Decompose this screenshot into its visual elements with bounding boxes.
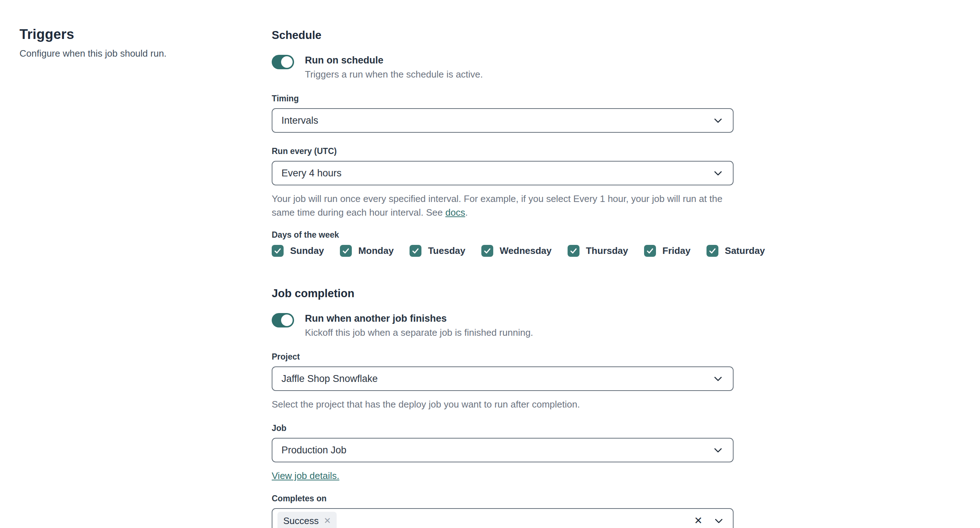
job-label: Job: [272, 423, 733, 433]
day-checkbox-monday[interactable]: Monday: [340, 245, 394, 257]
job-select-value: Production Job: [282, 445, 347, 456]
completes-on-label: Completes on: [272, 494, 733, 503]
clear-all-x-icon[interactable]: ✕: [694, 516, 703, 526]
day-label: Friday: [662, 245, 690, 257]
project-select-value: Jaffle Shop Snowflake: [282, 373, 378, 384]
run-every-select-value: Every 4 hours: [282, 168, 342, 179]
project-helper: Select the project that has the deploy j…: [272, 398, 731, 411]
chevron-down-icon: [713, 115, 724, 126]
checkbox-checked-icon: [409, 245, 422, 257]
checkbox-checked-icon: [706, 245, 718, 257]
chevron-down-icon: [713, 445, 724, 455]
timing-label: Timing: [272, 94, 733, 103]
schedule-heading: Schedule: [272, 29, 733, 42]
toggle-knob: [281, 56, 293, 68]
day-label: Saturday: [725, 245, 765, 257]
docs-link[interactable]: docs: [445, 207, 465, 218]
days-of-week-row: Sunday Monday Tuesday Wednesday: [272, 245, 733, 257]
run-on-schedule-row: Run on schedule Triggers a run when the …: [272, 54, 733, 80]
schedule-section: Schedule Run on schedule Triggers a run …: [272, 29, 733, 257]
checkbox-checked-icon: [568, 245, 579, 257]
run-when-job-finishes-row: Run when another job finishes Kickoff th…: [272, 312, 733, 338]
day-label: Sunday: [290, 245, 324, 257]
run-when-job-finishes-toggle[interactable]: [272, 313, 294, 327]
days-of-week-label: Days of the week: [272, 230, 733, 240]
days-of-week-field: Days of the week Sunday Monday Tuesday: [272, 230, 733, 257]
run-on-schedule-toggle[interactable]: [272, 55, 294, 69]
run-on-schedule-description: Triggers a run when the schedule is acti…: [305, 68, 483, 80]
job-field: Job Production Job View job details.: [272, 423, 733, 482]
triggers-form: Schedule Run on schedule Triggers a run …: [272, 29, 733, 528]
day-checkbox-wednesday[interactable]: Wednesday: [481, 245, 552, 257]
completes-on-field: Completes on Success ✕ ✕: [272, 494, 733, 528]
project-label: Project: [272, 352, 733, 362]
checkbox-checked-icon: [644, 245, 656, 257]
job-select[interactable]: Production Job: [272, 438, 733, 462]
day-checkbox-saturday[interactable]: Saturday: [706, 245, 765, 257]
completes-on-multiselect[interactable]: Success ✕ ✕: [272, 508, 733, 528]
run-every-field: Run every (UTC) Every 4 hours Your job w…: [272, 146, 733, 219]
run-when-job-finishes-label: Run when another job finishes: [305, 312, 533, 325]
chevron-down-icon[interactable]: [713, 515, 724, 526]
day-label: Monday: [358, 245, 394, 257]
day-checkbox-thursday[interactable]: Thursday: [568, 245, 628, 257]
run-on-schedule-label: Run on schedule: [305, 54, 483, 67]
job-triggers-settings-page: Triggers Configure when this job should …: [0, 0, 980, 528]
job-completion-heading: Job completion: [272, 287, 733, 300]
tag-remove-x-icon[interactable]: ✕: [324, 517, 331, 525]
day-label: Wednesday: [500, 245, 552, 257]
project-field: Project Jaffle Shop Snowflake Select the…: [272, 352, 733, 411]
day-checkbox-friday[interactable]: Friday: [644, 245, 690, 257]
day-checkbox-tuesday[interactable]: Tuesday: [409, 245, 466, 257]
run-when-job-finishes-description: Kickoff this job when a separate job is …: [305, 327, 533, 338]
day-checkbox-sunday[interactable]: Sunday: [272, 245, 324, 257]
timing-field: Timing Intervals: [272, 94, 733, 133]
page-subtitle: Configure when this job should run.: [19, 48, 250, 59]
run-every-helper: Your job will run once every specified i…: [272, 192, 731, 219]
day-label: Tuesday: [428, 245, 466, 257]
chevron-down-icon: [713, 168, 724, 179]
timing-select-value: Intervals: [282, 115, 318, 126]
project-select[interactable]: Jaffle Shop Snowflake: [272, 366, 733, 391]
view-job-details-link[interactable]: View job details.: [272, 470, 339, 481]
page-title: Triggers: [19, 27, 250, 42]
run-every-label: Run every (UTC): [272, 146, 733, 156]
chevron-down-icon: [713, 373, 724, 384]
tag-label: Success: [283, 515, 318, 526]
run-every-select[interactable]: Every 4 hours: [272, 161, 733, 186]
toggle-knob: [281, 314, 293, 326]
day-label: Thursday: [586, 245, 628, 257]
timing-select[interactable]: Intervals: [272, 108, 733, 133]
checkbox-checked-icon: [481, 245, 493, 257]
triggers-description-panel: Triggers Configure when this job should …: [19, 27, 250, 59]
checkbox-checked-icon: [340, 245, 352, 257]
selected-tag-success: Success ✕: [277, 512, 337, 528]
checkbox-checked-icon: [272, 245, 283, 257]
job-completion-section: Job completion Run when another job fini…: [272, 287, 733, 528]
